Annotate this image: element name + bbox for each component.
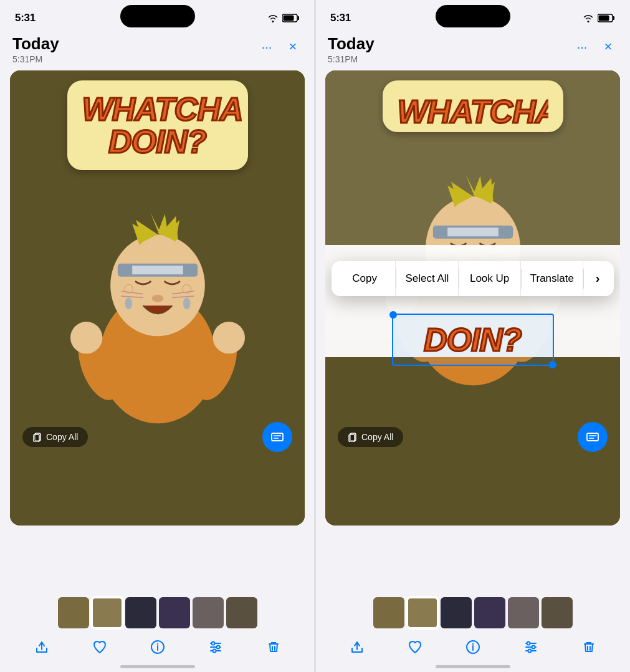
sliders-icon	[208, 640, 223, 655]
live-text-button-right[interactable]	[578, 422, 608, 452]
sliders-button-left[interactable]	[202, 633, 229, 661]
share-button-right[interactable]	[343, 633, 371, 661]
svg-point-4	[110, 234, 205, 336]
battery-icon	[282, 14, 300, 22]
header-title-block-left: Today 5:31PM	[12, 35, 59, 64]
copy-all-label-left: Copy All	[46, 432, 78, 442]
dynamic-island-right	[436, 5, 510, 27]
bottom-toolbar-left	[0, 633, 315, 661]
dynamic-island-left	[120, 5, 195, 27]
heart-button-right[interactable]	[401, 633, 429, 661]
trash-button-right[interactable]	[575, 633, 603, 661]
context-menu: Copy Select All Look Up Translate ›	[332, 261, 614, 296]
look-up-menu-item[interactable]: Look Up	[459, 261, 521, 296]
svg-point-18	[125, 297, 132, 309]
clipboard-icon-right	[348, 432, 358, 442]
svg-point-34	[156, 643, 158, 645]
info-button-left[interactable]	[144, 633, 171, 661]
more-menu-item[interactable]: ›	[584, 261, 611, 296]
info-icon-right	[465, 640, 480, 655]
thumb-1-left[interactable]	[58, 597, 89, 628]
svg-rect-68	[349, 434, 355, 442]
close-button-right[interactable]: ×	[599, 37, 618, 56]
header-actions-right: ··· ×	[573, 35, 618, 56]
share-icon-right	[350, 640, 365, 655]
bottom-toolbar-right	[315, 633, 630, 661]
thumb-4-left[interactable]	[159, 597, 190, 628]
more-button-right[interactable]: ···	[573, 37, 591, 56]
header-left: Today 5:31PM ··· ×	[0, 31, 315, 70]
photo-bg-right: WHATCHA Copy Select All Look Up	[325, 70, 620, 526]
status-icons-left	[267, 14, 300, 22]
right-phone-panel: 5:31 Today 5:31PM ··· ×	[315, 0, 630, 672]
selection-handle-br	[549, 361, 556, 368]
page-subtitle-right: 5:31PM	[328, 54, 375, 64]
thumb-3-left[interactable]	[125, 597, 156, 628]
thumb-6-right[interactable]	[542, 597, 573, 628]
svg-point-75	[472, 643, 473, 645]
page-title-left: Today	[12, 35, 59, 53]
svg-point-40	[212, 650, 216, 653]
thumb-2-right[interactable]	[407, 597, 438, 628]
svg-point-17	[151, 295, 163, 302]
trash-icon-right	[581, 640, 596, 655]
page-title-right: Today	[328, 35, 375, 53]
heart-button-left[interactable]	[86, 633, 113, 661]
selection-handle-tl	[389, 311, 397, 319]
close-button-left[interactable]: ×	[284, 37, 302, 56]
page-subtitle-left: 5:31PM	[12, 54, 59, 64]
header-title-block-right: Today 5:31PM	[328, 35, 375, 64]
svg-rect-27	[34, 434, 39, 442]
svg-rect-2	[284, 16, 294, 21]
thumb-6-left[interactable]	[226, 597, 257, 628]
svg-rect-12	[132, 266, 183, 274]
thumb-5-left[interactable]	[193, 597, 224, 628]
svg-point-23	[212, 322, 244, 353]
svg-rect-53	[447, 228, 499, 236]
heart-icon	[92, 640, 107, 655]
svg-rect-42	[613, 16, 615, 20]
photo-bottom-overlay-left: Copy All	[10, 422, 305, 452]
info-button-right[interactable]	[459, 633, 487, 661]
photo-bg-left: WHATCHA DOIN?	[10, 70, 305, 526]
trash-icon	[266, 640, 281, 655]
translate-menu-item[interactable]: Translate	[522, 261, 583, 296]
more-button-left[interactable]: ···	[257, 37, 276, 56]
selection-overlay: DOIN?	[392, 314, 554, 366]
sliders-button-right[interactable]	[517, 633, 545, 661]
svg-point-22	[70, 322, 102, 353]
copy-all-button-left[interactable]: Copy All	[22, 427, 88, 447]
sticker-left: WHATCHA DOIN?	[67, 80, 248, 170]
status-bar-left: 5:31	[0, 0, 315, 31]
thumb-1-right[interactable]	[373, 597, 404, 628]
thumb-2-left[interactable]	[92, 597, 123, 628]
svg-point-38	[211, 642, 214, 645]
copy-all-button-right[interactable]: Copy All	[338, 427, 403, 447]
live-text-icon-right	[586, 430, 599, 444]
live-text-button-left[interactable]	[262, 422, 292, 452]
wifi-icon	[267, 14, 279, 22]
thumb-3-right[interactable]	[441, 597, 472, 628]
svg-point-79	[527, 642, 530, 645]
heart-icon-right	[408, 640, 422, 655]
home-indicator-right	[436, 665, 510, 668]
svg-rect-43	[599, 16, 609, 21]
sliders-icon-right	[523, 640, 538, 655]
share-icon	[34, 640, 49, 655]
copy-menu-item[interactable]: Copy	[334, 261, 396, 296]
sticker-partial: WHATCHA	[398, 93, 548, 127]
wifi-icon-right	[583, 14, 594, 22]
copy-all-label-right: Copy All	[361, 432, 393, 442]
info-icon	[150, 640, 165, 655]
share-button-left[interactable]	[28, 633, 55, 661]
sticker-box-left: WHATCHA DOIN?	[67, 80, 248, 170]
naruto-character-left	[49, 176, 267, 438]
header-actions-left: ··· ×	[257, 35, 302, 56]
trash-button-left[interactable]	[260, 633, 287, 661]
home-indicator-left	[120, 665, 195, 668]
thumb-4-right[interactable]	[474, 597, 505, 628]
sticker-right: WHATCHA	[383, 80, 563, 132]
select-all-menu-item[interactable]: Select All	[396, 261, 458, 296]
clipboard-icon	[32, 432, 42, 442]
thumb-5-right[interactable]	[508, 597, 539, 628]
